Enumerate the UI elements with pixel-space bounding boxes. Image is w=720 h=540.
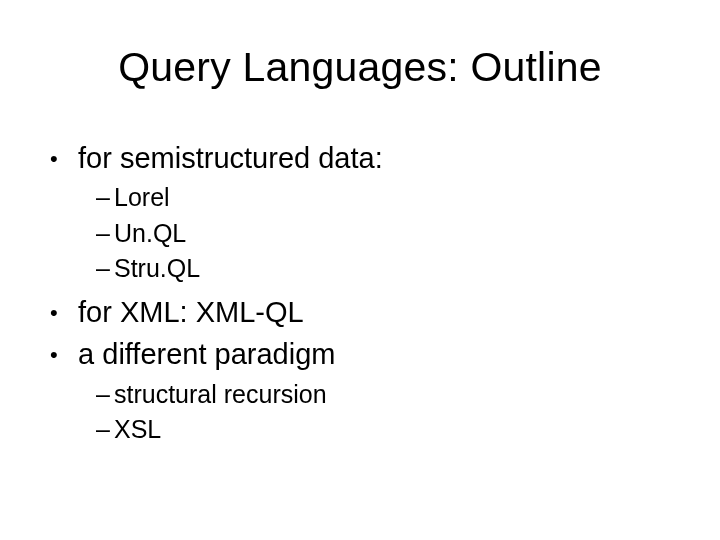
bullet-text: for semistructured data:: [78, 142, 383, 174]
sub-bullet-item: structural recursion: [98, 379, 680, 410]
sub-bullet-text: Lorel: [114, 183, 170, 211]
bullet-text: a different paradigm: [78, 338, 335, 370]
sub-bullet-text: Stru.QL: [114, 254, 200, 282]
bullet-item: for XML: XML-QL: [54, 294, 680, 330]
bullet-item: for semistructured data: Lorel Un.QL Str…: [54, 140, 680, 284]
sub-bullet-item: Un.QL: [98, 218, 680, 249]
sub-bullet-text: structural recursion: [114, 380, 327, 408]
sub-bullet-list: Lorel Un.QL Stru.QL: [54, 182, 680, 284]
slide-title: Query Languages: Outline: [0, 44, 720, 91]
sub-bullet-item: XSL: [98, 414, 680, 445]
sub-bullet-text: Un.QL: [114, 219, 186, 247]
sub-bullet-item: Lorel: [98, 182, 680, 213]
bullet-list: for semistructured data: Lorel Un.QL Str…: [54, 140, 680, 445]
slide: Query Languages: Outline for semistructu…: [0, 0, 720, 540]
slide-body: for semistructured data: Lorel Un.QL Str…: [54, 140, 680, 455]
sub-bullet-text: XSL: [114, 415, 161, 443]
sub-bullet-item: Stru.QL: [98, 253, 680, 284]
sub-bullet-list: structural recursion XSL: [54, 379, 680, 446]
bullet-text: for XML: XML-QL: [78, 296, 304, 328]
bullet-item: a different paradigm structural recursio…: [54, 336, 680, 445]
